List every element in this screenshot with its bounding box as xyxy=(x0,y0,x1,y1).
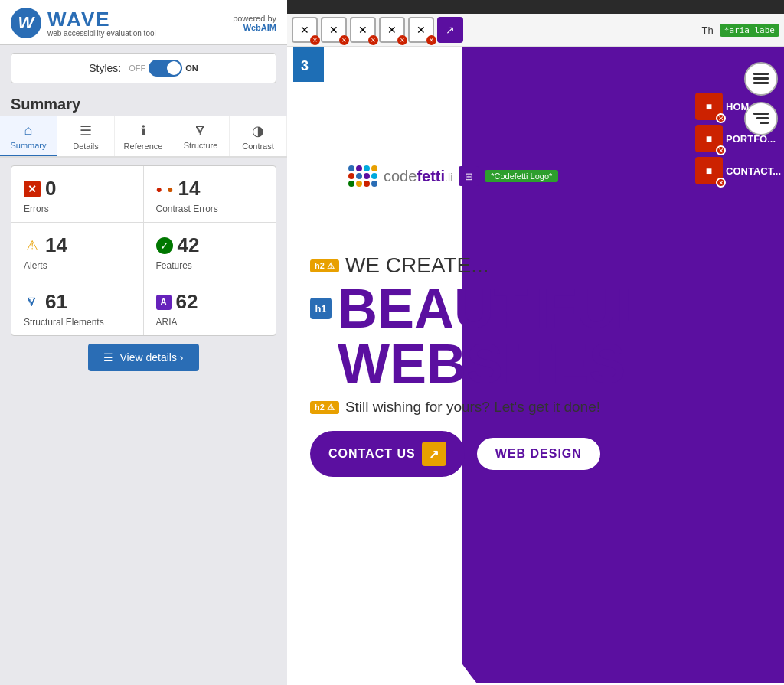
web-design-label: WEB DESIGN xyxy=(495,447,582,460)
toggle-thumb xyxy=(167,61,181,75)
stats-grid: ✕ 0 Errors ● ● 14 Contrast Errors ⚠ 14 A… xyxy=(11,165,276,336)
a11y-icons-bar: ✕ ✕ ✕ ✕ ✕ ↗ Th *aria-labe xyxy=(287,14,784,47)
svg-rect-3 xyxy=(753,77,769,80)
info-icon: ℹ xyxy=(141,122,146,139)
external-link-btn[interactable]: ↗ xyxy=(437,17,463,43)
svg-text:3: 3 xyxy=(301,58,309,73)
wave-title: WAVE xyxy=(47,9,156,29)
web-design-button[interactable]: WEB DESIGN xyxy=(475,436,602,471)
contact-btn-icon: ↗ xyxy=(422,442,446,466)
stat-alerts: ⚠ 14 Alerts xyxy=(11,223,144,279)
h1-badge: h1 xyxy=(310,298,332,319)
stat-contrast-errors: ● ● 14 Contrast Errors xyxy=(144,166,276,223)
tab-structure[interactable]: ⛛ Structure xyxy=(172,116,230,156)
right-nav-menu: ■ ✕ HOM ■ ✕ PORTFO... ■ ✕ CONTACT... xyxy=(695,93,784,184)
nav-contact-label: CONTACT... xyxy=(726,165,781,177)
powered-by: powered by WebAIM xyxy=(233,14,276,32)
codefetti-logo-tag-text: *Codefetti Logo* xyxy=(491,171,552,181)
contrast-icon: ◑ xyxy=(252,122,264,139)
nav-home-label: HOM xyxy=(726,101,749,113)
list-icon: ☰ xyxy=(80,122,92,139)
toggle-track[interactable] xyxy=(149,60,182,77)
website-content: 3 xyxy=(287,47,784,683)
stat-errors: ✕ 0 Errors xyxy=(11,166,144,223)
stat-features: ✓ 42 Features xyxy=(144,223,276,279)
alert-triangle-icon: ⚠ xyxy=(24,237,41,254)
tab-reference-label: Reference xyxy=(124,142,163,151)
a11y-nav-btn-5[interactable]: ✕ xyxy=(408,17,434,43)
toggle-on-label: ON xyxy=(185,64,198,73)
we-create-text: WE CREATE... xyxy=(345,253,489,278)
contrast-errors-label: Contrast Errors xyxy=(156,204,269,214)
a11y-nav-btn-2[interactable]: ✕ xyxy=(321,17,347,43)
errors-count: 0 xyxy=(45,177,56,201)
svg-rect-2 xyxy=(753,73,769,75)
alerts-label: Alerts xyxy=(24,260,136,271)
tab-summary-label: Summary xyxy=(10,141,46,150)
view-details-icon: ☰ xyxy=(103,351,113,364)
nav-item-contact: ■ ✕ CONTACT... xyxy=(695,157,781,184)
structure-icon: ⛛ xyxy=(194,122,207,139)
cta-buttons: CONTACT US ↗ WEB DESIGN xyxy=(310,431,784,477)
summary-heading: Summary xyxy=(0,91,287,116)
errors-label: Errors xyxy=(24,204,136,214)
websites-text: WEBSITES xyxy=(338,336,784,391)
stat-aria: A 62 ARIA xyxy=(144,279,276,335)
view-details-button[interactable]: ☰ View details › xyxy=(88,344,198,371)
codefetti-logo-area: codefetti.li ⊞ *Codefetti Logo* xyxy=(348,165,558,187)
css3-icon: 3 xyxy=(293,47,324,82)
a11y-nav-btn-3[interactable]: ✕ xyxy=(350,17,376,43)
tab-summary[interactable]: ⌂ Summary xyxy=(0,116,57,156)
nav-circle-icon-1 xyxy=(744,62,778,96)
wave-panel: W WAVE web accessibility evaluation tool… xyxy=(0,0,287,685)
features-count: 42 xyxy=(178,233,200,257)
browser-top-bar xyxy=(287,0,784,14)
tab-details[interactable]: ☰ Details xyxy=(57,116,115,156)
nav-item-portfolio: ■ ✕ PORTFO... xyxy=(695,125,781,152)
hero-section: h2 ⚠ WE CREATE... h1 BEAUTIFUL WEBSITES … xyxy=(310,253,784,477)
aria-count: 62 xyxy=(176,290,198,314)
still-wishing-text: Still wishing for yours? Let's get it do… xyxy=(345,399,600,416)
feature-check-icon: ✓ xyxy=(156,237,173,254)
aria-label: ARIA xyxy=(156,317,269,328)
contrast-dot-red: ● xyxy=(156,183,162,195)
stat-structural: ⛛ 61 Structural Elements xyxy=(11,279,144,335)
nav-item-home: ■ ✕ HOM xyxy=(695,93,781,120)
aria-icon: A xyxy=(156,295,172,310)
a11y-nav-btn-1[interactable]: ✕ xyxy=(292,17,318,43)
error-x-icon: ✕ xyxy=(24,181,41,197)
styles-toggle[interactable]: OFF ON xyxy=(129,60,198,77)
website-panel: ✕ ✕ ✕ ✕ ✕ ↗ Th *aria-labe 3 xyxy=(287,0,784,685)
codefetti-logo-tag: *Codefetti Logo* xyxy=(485,170,558,182)
contact-us-label: CONTACT US xyxy=(328,447,416,461)
structural-elements-icon: ⛛ xyxy=(24,294,41,311)
tab-bar: ⌂ Summary ☰ Details ℹ Reference ⛛ Struct… xyxy=(0,116,287,158)
wave-logo-icon: W xyxy=(11,8,41,38)
nav-portfolio-label: PORTFO... xyxy=(726,133,776,145)
tab-contrast-label: Contrast xyxy=(242,142,274,151)
view-details-label: View details › xyxy=(119,351,183,364)
aria-label-tag-top: *aria-labe xyxy=(720,24,779,37)
th-right-text: Th xyxy=(702,24,714,36)
contrast-dot-orange: ● xyxy=(167,183,173,195)
wave-subtitle: web accessibility evaluation tool xyxy=(47,29,156,38)
structural-count: 61 xyxy=(45,290,67,314)
a11y-nav-btn-4[interactable]: ✕ xyxy=(379,17,405,43)
toggle-off-label: OFF xyxy=(129,64,145,73)
alerts-count: 14 xyxy=(45,233,67,257)
contact-us-button[interactable]: CONTACT US ↗ xyxy=(310,431,465,477)
tab-reference[interactable]: ℹ Reference xyxy=(115,116,172,156)
h2-badge-still-wishing: h2 ⚠ xyxy=(310,401,339,414)
tab-contrast[interactable]: ◑ Contrast xyxy=(230,116,287,156)
tab-details-label: Details xyxy=(73,142,99,151)
wave-header: W WAVE web accessibility evaluation tool… xyxy=(0,0,287,45)
structural-label: Structural Elements xyxy=(24,317,136,328)
contrast-errors-count: 14 xyxy=(178,177,200,201)
beautiful-text: BEAUTIFUL xyxy=(338,281,650,336)
svg-rect-4 xyxy=(753,82,769,84)
home-icon: ⌂ xyxy=(24,122,33,139)
styles-toggle-row: Styles: OFF ON xyxy=(11,53,276,83)
webaim-link[interactable]: WebAIM xyxy=(243,23,276,32)
codefetti-link-icon: ⊞ xyxy=(459,166,479,186)
h2-badge-we-create: h2 ⚠ xyxy=(310,259,339,272)
